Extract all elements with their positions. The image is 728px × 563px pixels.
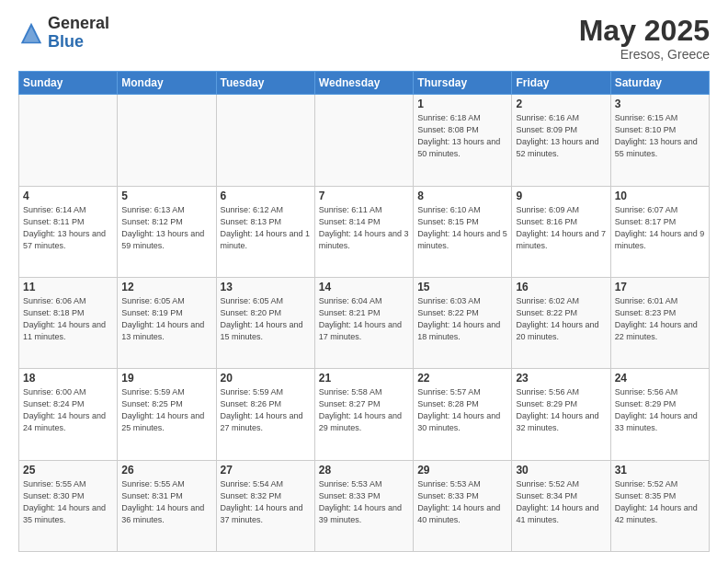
location-subtitle: Eresos, Greece [579,47,710,62]
calendar-cell: 24Sunrise: 5:56 AM Sunset: 8:29 PM Dayli… [610,369,709,460]
cell-day-number: 31 [615,464,705,477]
calendar-cell: 27Sunrise: 5:54 AM Sunset: 8:32 PM Dayli… [216,460,314,551]
cell-day-number: 28 [319,464,409,477]
cell-day-number: 18 [23,372,113,385]
cell-daylight-info: Sunrise: 5:55 AM Sunset: 8:30 PM Dayligh… [23,478,113,526]
calendar-cell [118,95,216,186]
cell-day-number: 20 [221,372,311,385]
calendar-cell [216,95,314,186]
calendar-cell: 16Sunrise: 6:02 AM Sunset: 8:22 PM Dayli… [512,277,610,368]
cell-daylight-info: Sunrise: 6:15 AM Sunset: 8:10 PM Dayligh… [615,112,705,160]
logo: General Blue [18,15,109,52]
cell-daylight-info: Sunrise: 6:18 AM Sunset: 8:08 PM Dayligh… [417,112,507,160]
cell-daylight-info: Sunrise: 5:53 AM Sunset: 8:33 PM Dayligh… [417,478,507,526]
cell-daylight-info: Sunrise: 5:59 AM Sunset: 8:26 PM Dayligh… [221,386,311,434]
cell-day-number: 4 [23,190,113,202]
calendar-cell: 13Sunrise: 6:05 AM Sunset: 8:20 PM Dayli… [216,277,314,368]
cell-daylight-info: Sunrise: 6:03 AM Sunset: 8:22 PM Dayligh… [417,295,507,343]
week-row-5: 25Sunrise: 5:55 AM Sunset: 8:30 PM Dayli… [19,460,710,551]
calendar-cell: 5Sunrise: 6:13 AM Sunset: 8:12 PM Daylig… [118,186,216,277]
calendar-cell: 9Sunrise: 6:09 AM Sunset: 8:16 PM Daylig… [512,186,610,277]
calendar-cell: 14Sunrise: 6:04 AM Sunset: 8:21 PM Dayli… [314,277,413,368]
weekday-header-monday: Monday [118,72,216,95]
calendar-cell: 2Sunrise: 6:16 AM Sunset: 8:09 PM Daylig… [512,95,610,186]
page: General Blue May 2025 Eresos, Greece Sun… [0,0,728,563]
cell-daylight-info: Sunrise: 5:53 AM Sunset: 8:33 PM Dayligh… [319,478,409,526]
cell-daylight-info: Sunrise: 6:00 AM Sunset: 8:24 PM Dayligh… [23,386,113,434]
cell-daylight-info: Sunrise: 6:02 AM Sunset: 8:22 PM Dayligh… [516,295,606,343]
cell-day-number: 24 [615,372,705,385]
cell-daylight-info: Sunrise: 5:52 AM Sunset: 8:35 PM Dayligh… [615,478,705,526]
calendar-table: SundayMondayTuesdayWednesdayThursdayFrid… [18,71,710,552]
cell-day-number: 26 [121,464,211,477]
cell-daylight-info: Sunrise: 5:59 AM Sunset: 8:25 PM Dayligh… [121,386,211,434]
cell-day-number: 25 [23,464,113,477]
cell-day-number: 19 [121,372,211,385]
calendar-cell [19,95,118,186]
calendar-cell: 28Sunrise: 5:53 AM Sunset: 8:33 PM Dayli… [314,460,413,551]
week-row-3: 11Sunrise: 6:06 AM Sunset: 8:18 PM Dayli… [19,277,710,368]
cell-day-number: 27 [221,464,311,477]
calendar-cell [314,95,413,186]
cell-day-number: 9 [516,190,606,202]
weekday-header-tuesday: Tuesday [216,72,314,95]
calendar-cell: 6Sunrise: 6:12 AM Sunset: 8:13 PM Daylig… [216,186,314,277]
cell-daylight-info: Sunrise: 5:52 AM Sunset: 8:34 PM Dayligh… [516,478,606,526]
calendar-cell: 4Sunrise: 6:14 AM Sunset: 8:11 PM Daylig… [19,186,118,277]
calendar-cell: 11Sunrise: 6:06 AM Sunset: 8:18 PM Dayli… [19,277,118,368]
calendar-cell: 18Sunrise: 6:00 AM Sunset: 8:24 PM Dayli… [19,369,118,460]
cell-daylight-info: Sunrise: 6:01 AM Sunset: 8:23 PM Dayligh… [615,295,705,343]
cell-day-number: 1 [417,98,507,110]
cell-daylight-info: Sunrise: 5:56 AM Sunset: 8:29 PM Dayligh… [615,386,705,434]
cell-day-number: 3 [615,98,705,110]
cell-daylight-info: Sunrise: 6:11 AM Sunset: 8:14 PM Dayligh… [319,204,409,252]
logo-general: General [48,15,109,33]
cell-day-number: 10 [615,190,705,202]
weekday-header-saturday: Saturday [610,72,709,95]
calendar-cell: 1Sunrise: 6:18 AM Sunset: 8:08 PM Daylig… [414,95,512,186]
calendar-cell: 26Sunrise: 5:55 AM Sunset: 8:31 PM Dayli… [118,460,216,551]
cell-day-number: 14 [319,281,409,293]
week-row-1: 1Sunrise: 6:18 AM Sunset: 8:08 PM Daylig… [19,95,710,186]
cell-daylight-info: Sunrise: 6:05 AM Sunset: 8:19 PM Dayligh… [121,295,211,343]
logo-icon [18,20,44,46]
cell-daylight-info: Sunrise: 6:10 AM Sunset: 8:15 PM Dayligh… [417,204,507,252]
weekday-header-sunday: Sunday [19,72,118,95]
calendar-cell: 31Sunrise: 5:52 AM Sunset: 8:35 PM Dayli… [610,460,709,551]
cell-day-number: 5 [121,190,211,202]
cell-day-number: 6 [221,190,311,202]
cell-day-number: 11 [23,281,113,293]
cell-daylight-info: Sunrise: 6:06 AM Sunset: 8:18 PM Dayligh… [23,295,113,343]
cell-daylight-info: Sunrise: 6:07 AM Sunset: 8:17 PM Dayligh… [615,204,705,252]
logo-blue: Blue [48,33,109,52]
cell-daylight-info: Sunrise: 5:56 AM Sunset: 8:29 PM Dayligh… [516,386,606,434]
cell-day-number: 29 [417,464,507,477]
cell-daylight-info: Sunrise: 5:57 AM Sunset: 8:28 PM Dayligh… [417,386,507,434]
cell-daylight-info: Sunrise: 6:04 AM Sunset: 8:21 PM Dayligh… [319,295,409,343]
cell-day-number: 15 [417,281,507,293]
calendar-cell: 30Sunrise: 5:52 AM Sunset: 8:34 PM Dayli… [512,460,610,551]
cell-daylight-info: Sunrise: 6:16 AM Sunset: 8:09 PM Dayligh… [516,112,606,160]
calendar-cell: 29Sunrise: 5:53 AM Sunset: 8:33 PM Dayli… [414,460,512,551]
calendar-cell: 17Sunrise: 6:01 AM Sunset: 8:23 PM Dayli… [610,277,709,368]
cell-daylight-info: Sunrise: 6:05 AM Sunset: 8:20 PM Dayligh… [221,295,311,343]
title-block: May 2025 Eresos, Greece [579,15,710,62]
cell-day-number: 2 [516,98,606,110]
calendar-cell: 19Sunrise: 5:59 AM Sunset: 8:25 PM Dayli… [118,369,216,460]
cell-day-number: 17 [615,281,705,293]
cell-day-number: 12 [121,281,211,293]
cell-daylight-info: Sunrise: 6:09 AM Sunset: 8:16 PM Dayligh… [516,204,606,252]
cell-daylight-info: Sunrise: 6:13 AM Sunset: 8:12 PM Dayligh… [121,204,211,252]
cell-day-number: 7 [319,190,409,202]
weekday-header-wednesday: Wednesday [314,72,413,95]
calendar-cell: 23Sunrise: 5:56 AM Sunset: 8:29 PM Dayli… [512,369,610,460]
cell-daylight-info: Sunrise: 5:58 AM Sunset: 8:27 PM Dayligh… [319,386,409,434]
cell-daylight-info: Sunrise: 6:12 AM Sunset: 8:13 PM Dayligh… [221,204,311,252]
cell-day-number: 16 [516,281,606,293]
cell-day-number: 30 [516,464,606,477]
calendar-cell: 25Sunrise: 5:55 AM Sunset: 8:30 PM Dayli… [19,460,118,551]
calendar-cell: 21Sunrise: 5:58 AM Sunset: 8:27 PM Dayli… [314,369,413,460]
calendar-cell: 7Sunrise: 6:11 AM Sunset: 8:14 PM Daylig… [314,186,413,277]
calendar-cell: 15Sunrise: 6:03 AM Sunset: 8:22 PM Dayli… [414,277,512,368]
weekday-header-thursday: Thursday [414,72,512,95]
